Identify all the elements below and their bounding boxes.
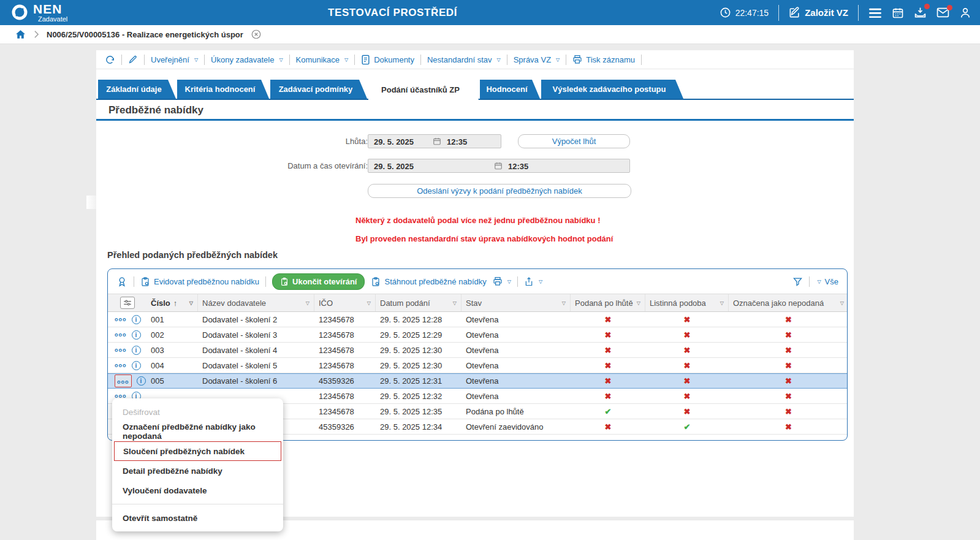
column-header-cislo[interactable]: Číslo↑▽ <box>146 294 198 311</box>
column-header-nepodana[interactable]: Označena jako nepodaná▽ <box>729 294 848 311</box>
lhuta-field[interactable]: 29. 5. 2025 12:35 <box>368 134 501 148</box>
column-settings-button[interactable] <box>108 294 146 311</box>
column-header-stav[interactable]: Stav▽ <box>462 294 571 311</box>
otevirani-field[interactable]: 29. 5. 2025 12:35 <box>368 159 630 173</box>
ukoncit-otevirani-button[interactable]: Ukončit otevírání <box>272 273 365 290</box>
menu-tisk-zaznamu[interactable]: Tisk záznamu <box>572 55 635 64</box>
menu-item-slouceni-nabidek[interactable]: Sloučení předběžných nabídek <box>114 441 281 461</box>
warning-nonstandard-state: Byl proveden nestandardní stav úprava na… <box>355 234 613 243</box>
table-row[interactable]: oooi 002 Dodavatel - školení 3 12345678 … <box>108 327 847 343</box>
topbar-divider <box>778 5 779 21</box>
status-mark: ✔ <box>684 422 691 432</box>
row-actions-icon[interactable]: ooo <box>117 379 129 385</box>
home-icon[interactable] <box>15 29 26 40</box>
evidovat-nabidku-button[interactable]: Evidovat předběžnou nabídku <box>140 276 259 287</box>
column-header-nazev[interactable]: Název dodavatele▽ <box>198 294 314 311</box>
vypocet-lhut-button[interactable]: Výpočet lhůt <box>518 134 630 148</box>
column-header-listinna[interactable]: Listinná podoba▽ <box>645 294 729 311</box>
award-icon <box>116 276 127 287</box>
column-filter-icon[interactable]: ▽ <box>453 300 457 306</box>
calendar-icon[interactable] <box>433 137 441 146</box>
top-header-bar: NEN Zadavatel TESTOVACÍ PROSTŘEDÍ 22:47:… <box>0 0 980 25</box>
status-mark: ✖ <box>605 330 612 340</box>
column-header-po-lhute[interactable]: Podaná po lhůtě▽ <box>571 294 645 311</box>
column-filter-icon[interactable]: ▽ <box>367 300 371 306</box>
sort-asc-icon[interactable]: ↑ <box>173 299 178 308</box>
info-icon[interactable]: i <box>132 361 141 370</box>
tab-kriteria-hodnoceni[interactable]: Kritéria hodnocení <box>177 80 269 99</box>
row-actions-icon[interactable]: ooo <box>115 363 127 368</box>
close-record-icon[interactable] <box>251 29 262 40</box>
tab-podani-ucastniku[interactable]: Podání účastníků ZP <box>368 80 479 100</box>
calendar-icon[interactable] <box>494 161 503 170</box>
refresh-button[interactable] <box>105 55 115 65</box>
menu-nestandardni-label: Nestandardní stav <box>427 55 492 64</box>
view-all-dropdown[interactable]: ▽ Vše <box>816 277 838 286</box>
menu-ukony-zadavatele[interactable]: Úkony zadavatele▽ <box>211 55 283 64</box>
menu-item-otevrit-samostatne[interactable]: Otevřít samostatně <box>112 508 283 528</box>
odeslani-vyzvy-button[interactable]: Odeslání výzvy k podání předběžných nabí… <box>368 184 631 198</box>
server-time-value: 22:47:15 <box>735 8 769 18</box>
column-filter-icon[interactable]: ▽ <box>306 300 310 306</box>
menu-sprava-vz[interactable]: Správa VZ▽ <box>514 55 560 64</box>
panel-handle[interactable] <box>86 196 96 209</box>
toolbar-divider <box>289 55 290 65</box>
column-filter-icon[interactable]: ▽ <box>637 300 640 306</box>
row-actions-icon[interactable]: ooo <box>115 332 127 338</box>
menu-dokumenty[interactable]: Dokumenty <box>361 55 414 65</box>
messages-button[interactable] <box>936 7 949 18</box>
record-toolbar: Uveřejnění▽ Úkony zadavatele▽ Komunikace… <box>96 50 854 69</box>
tab-vysledek-postupu[interactable]: Výsledek zadávacího postupu <box>541 80 683 99</box>
table-print-button[interactable]: ▽ <box>493 276 511 286</box>
breadcrumb-item[interactable]: N006/25/V00005136 - Realizace energetick… <box>47 30 243 39</box>
info-icon[interactable]: i <box>137 376 146 386</box>
column-filter-icon[interactable]: ▽ <box>840 300 844 306</box>
otevirani-time-value[interactable]: 12:35 <box>508 162 528 171</box>
menu-item-vylouceni-dodavatele[interactable]: Vyloučení dodavatele <box>112 481 283 500</box>
create-vz-button[interactable]: Založit VZ <box>789 7 848 18</box>
menu-nestandardni-stav[interactable]: Nestandardní stav▽ <box>427 55 501 64</box>
info-icon[interactable]: i <box>132 315 141 324</box>
tab-zadavaci-podminky[interactable]: Zadávací podmínky <box>270 80 367 99</box>
heading-rule <box>96 119 854 121</box>
main-menu-button[interactable] <box>868 7 882 18</box>
row-actions-active-box[interactable]: ooo <box>115 375 132 387</box>
menu-komunikace[interactable]: Komunikace▽ <box>296 55 349 64</box>
row-actions-icon[interactable]: ooo <box>115 317 127 322</box>
toolbar-divider <box>121 55 122 65</box>
table-row-selected[interactable]: oooi 005 Dodavatel - školení 6 45359326 … <box>108 373 847 389</box>
row-actions-icon[interactable]: ooo <box>115 348 127 353</box>
status-mark: ✖ <box>684 392 691 401</box>
menu-item-detail-nabidky[interactable]: Detail předběžné nabídky <box>112 461 283 481</box>
column-header-datum[interactable]: Datum podání▽ <box>376 294 462 311</box>
column-settings-icon <box>120 297 135 309</box>
info-icon[interactable]: i <box>132 346 141 355</box>
lhuta-date-value[interactable]: 29. 5. 2025 <box>374 137 414 146</box>
lhuta-time-value[interactable]: 12:35 <box>447 137 467 146</box>
column-filter-icon[interactable]: ▽ <box>562 300 566 306</box>
column-header-ico[interactable]: IČO▽ <box>314 294 376 311</box>
award-button[interactable] <box>116 276 127 287</box>
table-row[interactable]: oooi 001 Dodavatel - školení 2 12345678 … <box>108 312 847 327</box>
menu-item-oznaceni-nepodana[interactable]: Označení předběžné nabídky jako nepodaná <box>112 422 283 441</box>
tab-hodnoceni[interactable]: Hodnocení <box>480 80 540 99</box>
user-profile-button[interactable] <box>959 7 971 19</box>
tab-zakladni-udaje[interactable]: Základní údaje <box>98 80 176 99</box>
otevirani-date-value[interactable]: 29. 5. 2025 <box>374 162 414 171</box>
column-filter-icon[interactable]: ▽ <box>720 300 724 306</box>
table-row[interactable]: oooi 004 Dodavatel - školení 5 12345678 … <box>108 358 847 373</box>
column-label: Název dodavatele <box>202 299 266 308</box>
table-export-button[interactable]: ▽ <box>524 276 542 287</box>
menu-uverejneni[interactable]: Uveřejnění▽ <box>151 55 198 64</box>
chevron-down-icon: ▽ <box>279 57 283 63</box>
status-mark: ✖ <box>684 407 691 416</box>
info-icon[interactable]: i <box>132 330 141 340</box>
inbox-button[interactable] <box>914 6 927 19</box>
filter-button[interactable] <box>792 276 803 287</box>
edit-record-button[interactable] <box>128 55 138 64</box>
column-filter-icon[interactable]: ▽ <box>189 300 193 306</box>
nen-logo[interactable]: NEN Zadavatel <box>11 2 67 23</box>
calendar-button[interactable] <box>892 7 904 19</box>
stahnout-nabidky-button[interactable]: Stáhnout předběžné nabídky <box>371 276 486 287</box>
table-row[interactable]: oooi 003 Dodavatel - školení 4 12345678 … <box>108 343 847 358</box>
